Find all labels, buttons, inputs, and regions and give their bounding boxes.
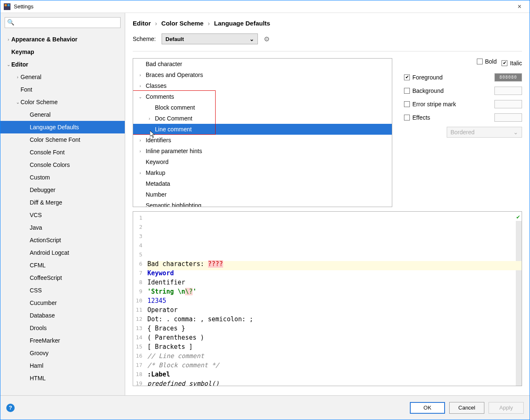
sidebar-item[interactable]: Console Colors — [0, 159, 125, 171]
window-title: Settings — [14, 3, 513, 10]
sidebar-item[interactable]: Cucumber — [0, 297, 125, 309]
attribute-item[interactable]: Keyword — [133, 156, 392, 167]
effects-checkbox[interactable]: Effects — [404, 114, 430, 121]
sidebar-item[interactable]: Color Scheme Font — [0, 133, 125, 146]
attribute-item-label: Markup — [146, 169, 165, 176]
crumb-color-scheme[interactable]: Color Scheme — [161, 20, 203, 27]
attribute-item[interactable]: ›Markup — [133, 167, 392, 178]
settings-tree[interactable]: ›Appearance & BehaviorKeymap⌄Editor›Gene… — [0, 31, 125, 395]
effects-type-select: Bordered ⌄ — [447, 127, 522, 138]
chevron-down-icon: ⌄ — [250, 36, 254, 42]
foreground-checkbox[interactable]: ✔Foreground — [404, 74, 443, 81]
check-icon[interactable]: ✔ — [517, 213, 520, 220]
attribute-item[interactable]: Bad character — [133, 59, 392, 69]
sidebar-item[interactable]: Haml — [0, 359, 125, 372]
sidebar-item[interactable]: HTML — [0, 372, 125, 384]
sidebar-item-label: Debugger — [30, 187, 56, 193]
sidebar-item[interactable]: Font — [0, 83, 125, 96]
attribute-item-label: Classes — [146, 82, 167, 89]
close-icon[interactable]: × — [513, 3, 526, 10]
sidebar-item[interactable]: Android Logcat — [0, 246, 125, 259]
scheme-label: Scheme: — [133, 36, 156, 42]
cancel-button[interactable]: Cancel — [449, 402, 484, 414]
attribute-item[interactable]: Line comment — [133, 124, 392, 135]
toggle-icon: › — [137, 73, 143, 77]
sidebar-item[interactable]: FreeMarker — [0, 334, 125, 347]
error-stripe-swatch[interactable] — [494, 100, 522, 108]
background-swatch[interactable] — [494, 87, 522, 95]
sidebar-item[interactable]: General — [0, 108, 125, 121]
sidebar-item[interactable]: CFML — [0, 259, 125, 271]
svg-rect-2 — [8, 4, 10, 6]
attribute-item[interactable]: ›Classes — [133, 80, 392, 91]
sidebar-item[interactable]: Groovy — [0, 347, 125, 359]
sidebar-item-label: Java — [30, 224, 42, 231]
attribute-item-label: Keyword — [146, 159, 168, 165]
sidebar-item[interactable]: Keymap — [0, 46, 125, 58]
sidebar-item[interactable]: Drools — [0, 322, 125, 334]
attribute-item[interactable]: ›Doc Comment — [133, 113, 392, 124]
toggle-icon: › — [137, 138, 143, 143]
sidebar-item[interactable]: VCS — [0, 209, 125, 221]
attribute-item[interactable]: Block comment — [133, 102, 392, 113]
sidebar-item[interactable]: Debugger — [0, 184, 125, 196]
sidebar-item[interactable]: ⌄Editor — [0, 58, 125, 71]
sidebar-item[interactable]: Console Font — [0, 146, 125, 159]
scheme-select[interactable]: Default ⌄ — [162, 33, 258, 44]
crumb-language-defaults: Language Defaults — [214, 20, 270, 27]
help-button[interactable]: ? — [6, 404, 15, 412]
foreground-swatch[interactable]: 808080 — [494, 73, 522, 82]
attribute-item[interactable]: ›Identifiers — [133, 135, 392, 146]
sidebar-item[interactable]: Custom — [0, 171, 125, 184]
error-stripe-checkbox[interactable]: Error stripe mark — [404, 101, 456, 108]
sidebar-item[interactable]: Java — [0, 221, 125, 234]
attribute-item[interactable]: ›Braces and Operators — [133, 69, 392, 80]
sidebar-item-label: FreeMarker — [30, 337, 60, 344]
bold-checkbox[interactable]: Bold — [477, 58, 497, 65]
toggle-icon: ⌄ — [5, 62, 11, 67]
apply-button[interactable]: Apply — [489, 402, 524, 414]
attribute-item[interactable]: ⌄Comments — [133, 91, 392, 102]
preview-pane: 12345678910111213141516171819 Bad charac… — [133, 211, 522, 386]
sidebar-item-label: Database — [30, 312, 55, 319]
sidebar-item-label: General — [30, 111, 51, 118]
toggle-icon: › — [137, 84, 143, 88]
attribute-item-label: Bad character — [146, 61, 182, 67]
toggle-icon: › — [15, 74, 21, 79]
effects-swatch[interactable] — [494, 113, 522, 122]
sidebar-item-label: Keymap — [11, 49, 34, 55]
toggle-icon: › — [5, 37, 11, 42]
sidebar-item-label: CSS — [30, 287, 42, 294]
sidebar-item[interactable]: ›Appearance & Behavior — [0, 33, 125, 46]
sidebar-item-label: Editor — [11, 61, 28, 68]
attribute-item-label: Semantic highlighting — [146, 202, 201, 207]
sidebar-item[interactable]: ›General — [0, 71, 125, 83]
sidebar-item[interactable]: CSS — [0, 284, 125, 297]
sidebar-item[interactable]: Diff & Merge — [0, 196, 125, 209]
attribute-item[interactable]: ›Inline parameter hints — [133, 146, 392, 156]
attribute-tree[interactable]: Bad character›Braces and Operators›Class… — [133, 58, 392, 207]
sidebar-item[interactable]: Database — [0, 309, 125, 322]
ok-button[interactable]: OK — [410, 402, 445, 414]
search-input[interactable] — [5, 17, 121, 28]
italic-checkbox[interactable]: ✔Italic — [502, 60, 522, 67]
gear-icon[interactable]: ⚙ — [264, 35, 270, 43]
sidebar-item-label: ActionScript — [30, 237, 61, 243]
breadcrumb: Editor › Color Scheme › Language Default… — [133, 18, 522, 31]
attribute-item[interactable]: Number — [133, 189, 392, 200]
sidebar-item[interactable]: ActionScript — [0, 234, 125, 246]
sidebar-item[interactable]: Language Defaults — [0, 121, 125, 133]
sidebar-item-label: Haml — [30, 362, 44, 369]
sidebar-item[interactable]: CoffeeScript — [0, 271, 125, 284]
background-checkbox[interactable]: Background — [404, 87, 444, 94]
attribute-item-label: Block comment — [155, 104, 195, 111]
crumb-editor[interactable]: Editor — [133, 20, 151, 27]
sidebar-item[interactable]: ⌄Color Scheme — [0, 96, 125, 108]
app-icon — [4, 3, 10, 10]
attribute-item[interactable]: Metadata — [133, 178, 392, 189]
chevron-right-icon: › — [208, 20, 210, 27]
code-preview[interactable]: Bad characters: ????KeywordIdentifier'St… — [145, 212, 522, 386]
attribute-item[interactable]: Semantic highlighting — [133, 200, 392, 207]
sidebar-item-label: Console Font — [30, 149, 64, 156]
sidebar-item-label: CFML — [30, 262, 46, 269]
